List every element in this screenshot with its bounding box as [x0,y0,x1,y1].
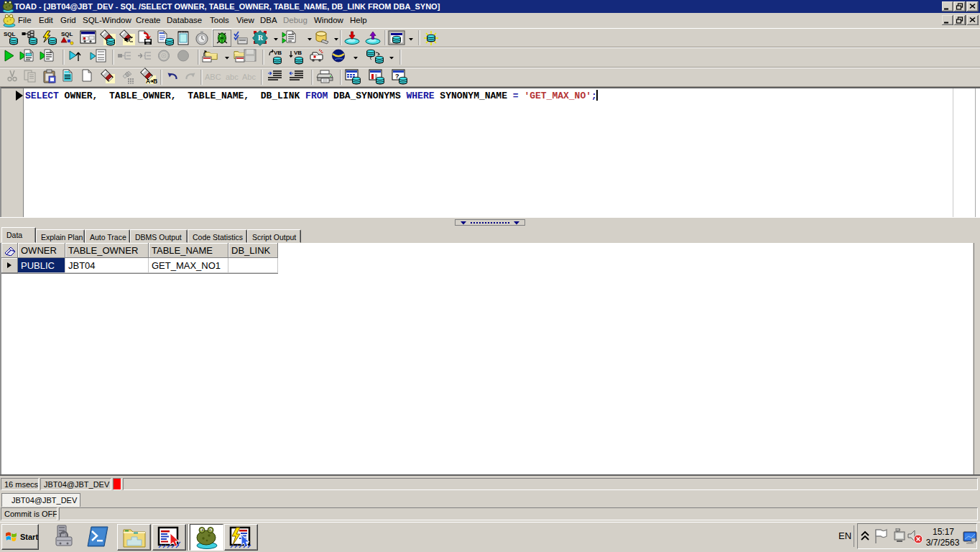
svg-text:abc: abc [226,73,239,81]
svg-text:Abc: Abc [242,73,256,81]
svg-text:?: ? [395,73,399,80]
svg-text:VB: VB [294,50,302,56]
svg-text:A: A [146,78,150,85]
svg-text:R: R [258,34,264,42]
svg-text:VB: VB [274,50,282,56]
svg-text:ABC: ABC [205,73,221,81]
svg-text:B: B [153,78,157,85]
